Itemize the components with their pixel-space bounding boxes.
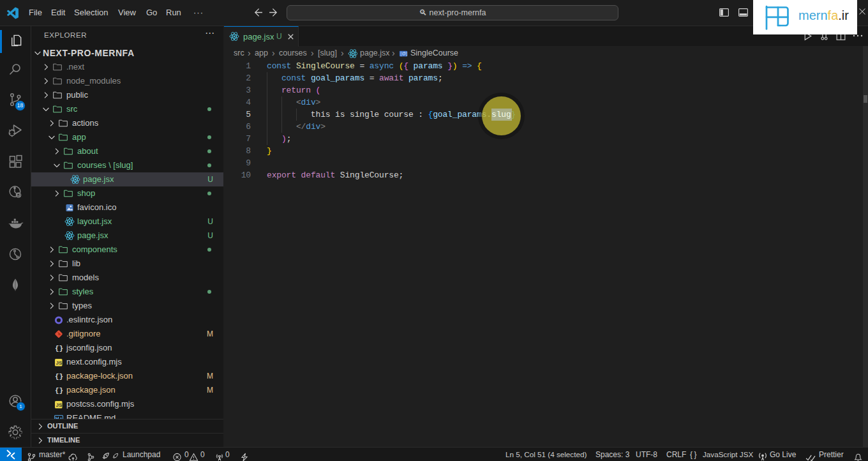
svg-text:[@]: [@]	[400, 51, 407, 56]
